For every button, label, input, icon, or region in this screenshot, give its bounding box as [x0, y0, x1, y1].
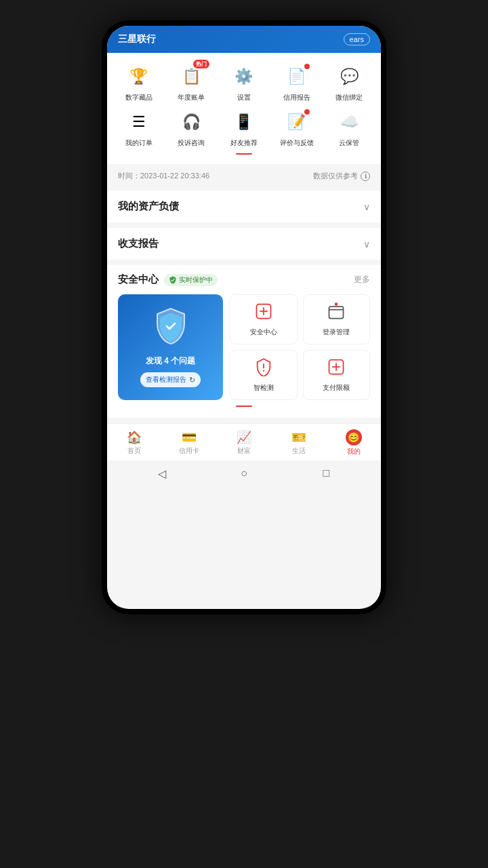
menu-item-credit-report[interactable]: 📄 信用报告	[275, 62, 319, 102]
safety-header: 安全中心 实时保护中 更多	[118, 273, 370, 286]
login-manage-label: 登录管理	[323, 328, 350, 337]
top-bar-right: ears	[344, 33, 370, 45]
icon-section-divider	[107, 151, 381, 159]
rating-badge	[304, 109, 310, 115]
menu-item-complaint[interactable]: 🎧 投诉咨询	[169, 108, 213, 148]
payment-limit-label: 支付限额	[323, 383, 350, 393]
security-center-label: 安全中心	[250, 328, 277, 337]
wealth-nav-label: 财富	[237, 446, 251, 456]
annual-bill-icon: 📋 热门	[177, 62, 205, 91]
check-report-button[interactable]: 查看检测报告 ↻	[140, 372, 201, 387]
digital-collectibles-icon: 🏆	[125, 62, 153, 91]
recents-button[interactable]: □	[319, 466, 333, 481]
safety-item-security-center[interactable]: 安全中心	[230, 294, 298, 344]
safety-section-divider	[118, 400, 370, 410]
complaint-label: 投诉咨询	[178, 138, 205, 148]
data-ref-label: 数据仅供参考	[313, 171, 358, 181]
check-report-label: 查看检测报告	[146, 375, 186, 384]
complaint-icon: 🎧	[177, 108, 205, 136]
mine-avatar: 😊	[346, 429, 362, 446]
my-orders-label: 我的订单	[125, 138, 152, 148]
income-title: 收支报告	[118, 237, 159, 250]
cloud-manager-icon: ☁️	[335, 108, 363, 136]
home-icon: 🏠	[127, 430, 142, 445]
login-manage-icon	[327, 302, 346, 325]
app-title: 三星联行	[118, 33, 156, 45]
credit-report-badge	[304, 64, 310, 69]
shield-large-icon	[155, 307, 187, 351]
menu-item-friend-recommend[interactable]: 📱 好友推荐	[222, 108, 266, 148]
nav-item-wealth[interactable]: 📈 财富	[227, 430, 261, 456]
menu-item-annual-bill[interactable]: 📋 热门 年度账单	[169, 62, 213, 102]
nav-item-credit-card[interactable]: 💳 信用卡	[172, 430, 206, 456]
credit-card-nav-label: 信用卡	[179, 446, 199, 456]
assets-title: 我的资产负债	[118, 200, 179, 213]
assets-section[interactable]: 我的资产负债 ∨	[107, 191, 381, 222]
safety-grid: 安全中心 登录管理	[230, 294, 370, 400]
rating-feedback-icon: 📝	[283, 108, 311, 136]
income-header: 收支报告 ∨	[118, 237, 370, 250]
my-orders-icon: ☰	[125, 108, 153, 136]
settings-label: 设置	[237, 93, 251, 102]
shield-check-icon	[169, 276, 177, 284]
mine-nav-label: 我的	[347, 447, 361, 456]
cloud-manager-label: 云保管	[339, 138, 359, 148]
nav-item-mine[interactable]: 😊 我的	[337, 429, 371, 456]
safety-section: 安全中心 实时保护中 更多	[107, 265, 381, 418]
security-center-icon	[254, 302, 273, 325]
safety-item-login-manage[interactable]: 登录管理	[303, 294, 371, 344]
issues-text: 发现 4 个问题	[146, 355, 195, 367]
safety-item-smart-detect[interactable]: 智检测	[230, 350, 298, 400]
icon-grid: 🏆 数字藏品 📋 热门 年度账单 ⚙️ 设置	[107, 53, 381, 164]
menu-item-my-orders[interactable]: ☰ 我的订单	[117, 108, 161, 148]
red-line-2	[236, 406, 252, 407]
life-nav-label: 生活	[292, 446, 306, 456]
friend-recommend-label: 好友推荐	[230, 138, 258, 148]
settings-icon: ⚙️	[230, 62, 258, 91]
phone-screen: 三星联行 ears 🏆 数字藏品 📋 热门 年度账单	[107, 26, 381, 609]
menu-item-settings[interactable]: ⚙️ 设置	[222, 62, 266, 102]
credit-report-label: 信用报告	[283, 93, 310, 102]
menu-item-rating-feedback[interactable]: 📝 评价与反馈	[275, 108, 319, 148]
safety-content: 发现 4 个问题 查看检测报告 ↻	[118, 294, 370, 400]
safety-item-payment-limit[interactable]: 支付限额	[303, 350, 371, 400]
safety-title: 安全中心	[118, 273, 159, 286]
annual-bill-label: 年度账单	[178, 93, 205, 102]
bottom-nav: 🏠 首页 💳 信用卡 📈 财富 🎫 生活 😊 我的	[107, 423, 381, 460]
assets-chevron-icon: ∨	[363, 201, 370, 212]
data-ref-row: 数据仅供参考 ℹ	[313, 171, 370, 181]
back-button[interactable]: ◁	[155, 466, 169, 481]
income-section[interactable]: 收支报告 ∨	[107, 228, 381, 260]
svg-rect-3	[329, 307, 344, 319]
smart-detect-icon	[254, 357, 273, 380]
rating-feedback-label: 评价与反馈	[280, 138, 314, 148]
credit-card-icon: 💳	[182, 430, 197, 445]
menu-item-cloud-manager[interactable]: ☁️ 云保管	[327, 108, 371, 148]
home-button[interactable]: ○	[237, 466, 251, 481]
wechat-bind-icon: 💬	[335, 62, 363, 91]
life-icon: 🎫	[291, 430, 306, 445]
info-icon[interactable]: ℹ	[361, 172, 370, 181]
menu-item-wechat-bind[interactable]: 💬 微信绑定	[327, 62, 371, 102]
nav-item-life[interactable]: 🎫 生活	[282, 430, 316, 456]
wealth-icon: 📈	[237, 430, 251, 445]
hot-badge: 热门	[193, 60, 209, 68]
credit-report-icon: 📄	[283, 62, 311, 91]
icon-row-2: ☰ 我的订单 🎧 投诉咨询 📱 好友推荐 📝	[107, 105, 381, 151]
protection-label: 实时保护中	[179, 275, 213, 285]
red-line-1	[236, 153, 252, 155]
more-link[interactable]: 更多	[354, 274, 370, 285]
safety-banner[interactable]: 发现 4 个问题 查看检测报告 ↻	[118, 294, 223, 400]
nav-item-home[interactable]: 🏠 首页	[117, 430, 151, 456]
digital-collectibles-label: 数字藏品	[125, 93, 152, 102]
wechat-bind-label: 微信绑定	[336, 93, 363, 102]
home-nav-label: 首页	[127, 446, 141, 456]
refresh-icon: ↻	[189, 376, 195, 384]
safety-title-row: 安全中心 实时保护中	[118, 273, 218, 286]
payment-limit-icon	[327, 357, 346, 380]
smart-detect-label: 智检测	[253, 383, 274, 393]
menu-item-digital-collectibles[interactable]: 🏆 数字藏品	[117, 62, 161, 102]
android-nav: ◁ ○ □	[107, 460, 381, 486]
protection-badge: 实时保护中	[164, 274, 218, 286]
time-row: 时间：2023-01-22 20:33:46 数据仅供参考 ℹ	[118, 171, 370, 181]
